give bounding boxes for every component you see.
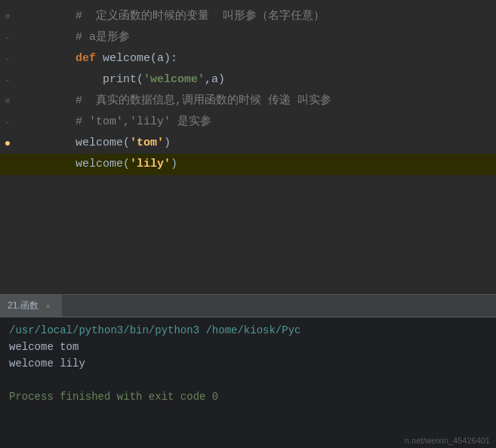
terminal-area: 21.函数 × /usr/local/python3/bin/python3 /… [0,295,496,448]
terminal-content: /usr/local/python3/bin/python3 /home/kio… [0,318,496,410]
editor-line-blank-1 [0,175,496,196]
terminal-wrapper: 21.函数 × /usr/local/python3/bin/python3 /… [0,295,496,448]
gutter-5: # [0,91,15,112]
gutter-2: - [0,27,15,48]
fold-icon-3: - [5,48,11,69]
terminal-tab-bar: 21.函数 × [0,295,496,318]
terminal-command-line: /usr/local/python3/bin/python3 /home/kio… [9,322,487,339]
call-open-8: ( [123,158,130,170]
code-content: # # 定义函数的时候的变量 叫形参（名字任意） - # a是形参 - def … [0,0,496,244]
gutter-7: ● [0,133,15,154]
gutter-1: # [0,6,15,27]
fold-icon-2: - [5,27,11,48]
terminal-path-text: /usr/local/python3/bin/python3 /home/kio… [9,324,300,336]
call-close-8: ) [171,158,177,170]
gutter-4: - [0,69,15,91]
gutter-6: - [0,112,15,133]
terminal-tab-close[interactable]: × [43,301,54,311]
terminal-tab-label: 21.函数 [8,299,39,312]
terminal-output-blank [9,372,487,388]
terminal-output-welcome-tom: welcome tom [9,339,487,355]
gutter-3: - [0,48,15,69]
terminal-tab[interactable]: 21.函数 × [0,295,62,318]
terminal-output-welcome-lily: welcome lily [9,355,487,372]
watermark-text: n.net/weixin_45426401 [405,436,490,445]
fold-icon-4: - [5,69,11,91]
line-code-blank-3 [15,217,28,238]
terminal-output-process: Process finished with exit code 0 [9,388,487,405]
editor-line-8: welcome('lily') [0,154,496,175]
fold-icon-5: # [5,91,11,112]
fold-icon-1: # [5,6,11,27]
fold-icon-6: - [5,112,11,133]
debug-dot-7: ● [5,133,11,154]
editor-area: # # 定义函数的时候的变量 叫形参（名字任意） - # a是形参 - def … [0,0,496,294]
watermark-label: n.net/weixin_45426401 [405,436,490,445]
line-code-blank-2 [15,196,28,217]
editor-line-blank-2 [0,196,496,217]
call-welcome-8: welcome [75,158,123,170]
call-arg-lily: 'lily' [130,158,171,170]
editor-line-blank-3 [0,217,496,238]
line-code-blank-1 [15,175,28,196]
